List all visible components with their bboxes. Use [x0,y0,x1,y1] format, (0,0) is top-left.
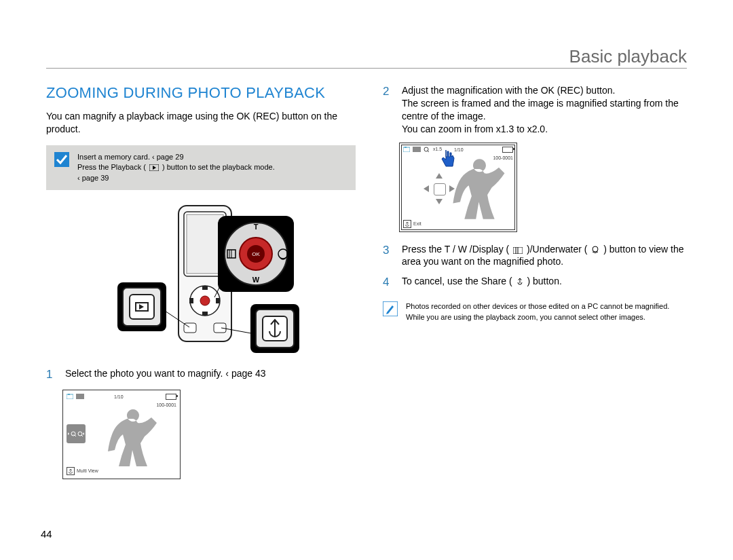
photo-silhouette [102,404,164,472]
battery-icon [166,394,176,400]
checkmark-icon [54,152,69,167]
photo-mode-icon [67,394,73,399]
svg-rect-10 [216,298,220,303]
svg-line-41 [81,435,83,436]
svg-text:T: T [254,223,259,231]
share-icon [403,220,411,228]
note-line: ‹ page 39 [77,173,275,183]
playback-icon [149,164,159,171]
section-heading: ZOOMING DURING PHOTO PLAYBACK [46,84,356,102]
svg-rect-34 [67,394,73,399]
step-3: 3 Press the T / W /Display ( )/Underwate… [383,243,692,269]
note-text: Insert a memory card. ‹ page 29 Press th… [77,152,275,183]
step-1: 1 Select the photo you want to magnify. … [46,367,356,383]
resolution-icon [76,394,84,399]
share-icon [67,467,75,475]
overlay-top-icons: x1.5 [403,147,442,152]
right-column: 2 Adjust the magnification with the OK (… [383,84,692,479]
share-icon [516,278,523,286]
svg-text:W: W [252,276,260,284]
overlay-bottom-left: Exit [403,220,421,228]
svg-rect-7 [202,286,208,290]
display-icon [513,247,523,254]
step-4: 4 To cancel, use the Share ( ) button. [383,275,692,291]
svg-rect-4 [187,214,223,274]
svg-rect-0 [54,152,69,167]
step-2: 2 Adjust the magnification with the OK (… [383,84,692,136]
note-line: Press the Playback ( ) button to set the… [77,162,275,172]
lcd-screen-2: x1.5 1/10 100-0001 Exit [399,143,517,232]
svg-rect-8 [202,312,208,316]
left-column: ZOOMING DURING PHOTO PLAYBACK You can ma… [46,84,356,479]
svg-rect-35 [68,394,70,395]
overlay-footer-text: Multi View [77,468,98,473]
svg-rect-12 [214,323,226,333]
step-text: Adjust the magnification with the OK (RE… [402,84,692,136]
info-note: Photos recorded on other devices or thos… [383,297,692,326]
note-line: Insert a memory card. ‹ page 29 [77,152,275,162]
svg-line-38 [75,435,76,436]
intro-paragraph: You can magnify a playback image using t… [46,110,356,136]
svg-point-50 [593,246,598,252]
step-number: 4 [383,275,394,291]
step-number: 1 [46,367,57,383]
overlay-footer-text: Exit [413,221,421,226]
step-text: To cancel, use the Share ( ) button. [402,275,692,291]
manual-page: Basic playback ZOOMING DURING PHOTO PLAY… [0,0,733,560]
overlay-top-icons [67,394,84,399]
page-number: 44 [41,528,52,540]
note-icon [383,301,398,316]
step-text: Press the T / W /Display ( )/Underwater … [402,243,692,269]
prerequisite-note: Insert a memory card. ‹ page 29 Press th… [46,145,356,190]
page-category: Basic playback [569,46,687,67]
device-illustration: OK T W [75,202,326,355]
svg-text:OK: OK [252,251,260,257]
svg-line-46 [428,151,430,152]
svg-point-6 [200,296,210,305]
underwater-icon [591,246,599,254]
photo-silhouette [447,150,512,228]
photo-mode-icon [403,147,410,152]
resolution-icon [413,147,421,152]
zoom-help-overlay: + [67,424,86,443]
note-line: While you are using the playback zoom, y… [406,312,669,322]
header-divider [46,68,687,69]
overlay-counter: 1/10 [114,394,124,399]
note-text: Photos recorded on other devices or thos… [406,301,669,322]
overlay-bottom-left: Multi View [67,467,98,475]
step-number: 2 [383,84,394,136]
two-column-layout: ZOOMING DURING PHOTO PLAYBACK You can ma… [46,84,692,479]
step-number: 3 [383,243,394,269]
magnify-icon [424,147,430,152]
svg-rect-43 [405,147,407,148]
svg-rect-44 [413,147,421,152]
svg-rect-36 [76,394,84,399]
svg-rect-42 [403,147,410,152]
note-line: Photos recorded on other devices or thos… [406,301,669,312]
step-text: Select the photo you want to magnify. ‹ … [65,367,356,383]
svg-rect-9 [189,298,193,303]
lcd-screen-1: 1/10 100-0001 + Multi View [62,390,181,479]
